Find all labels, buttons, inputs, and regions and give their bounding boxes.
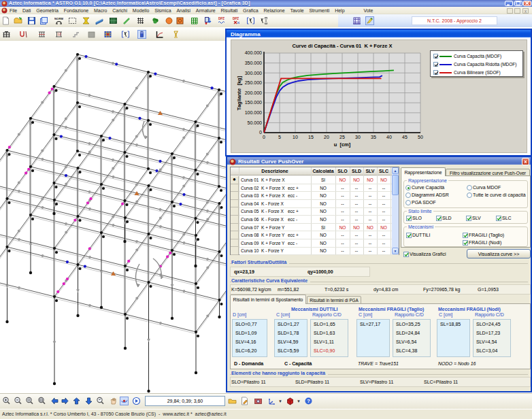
svg-text:50.000: 50.000	[248, 120, 263, 125]
svg-text:DPZ: DPZ	[233, 17, 239, 20]
svg-text:DPZ: DPZ	[218, 17, 225, 20]
svg-text:20: 20	[324, 135, 329, 139]
svg-text:Curve di Capacità - Curva 01: Curve di Capacità - Curva 01 K + Forze X	[293, 43, 393, 49]
svg-text:0: 0	[263, 135, 265, 139]
svg-text:300.000: 300.000	[245, 71, 262, 76]
svg-text:200.000: 200.000	[245, 90, 262, 95]
svg-text:12: 12	[58, 33, 62, 36]
svg-text:?: ?	[307, 398, 310, 404]
svg-text:5: 5	[278, 135, 281, 139]
svg-text:NORM: NORM	[54, 17, 63, 20]
svg-text:0: 0	[259, 130, 262, 135]
svg-text:250.000: 250.000	[245, 80, 262, 85]
svg-text:u [cm]: u [cm]	[334, 141, 351, 148]
svg-text:45: 45	[402, 135, 408, 139]
svg-text:50: 50	[418, 135, 423, 139]
svg-text:35: 35	[371, 135, 376, 139]
svg-text:Tagliante [kg]: Tagliante [kg]	[236, 76, 242, 110]
svg-text:15: 15	[308, 135, 314, 139]
svg-text:400.000: 400.000	[245, 50, 262, 55]
svg-text:30: 30	[355, 135, 361, 139]
svg-text:100.000: 100.000	[245, 110, 262, 115]
svg-text:150.000: 150.000	[245, 100, 262, 105]
svg-text:25: 25	[339, 135, 345, 139]
svg-text:350.000: 350.000	[245, 61, 262, 65]
svg-text:10: 10	[293, 135, 298, 139]
svg-text:40: 40	[386, 135, 392, 139]
